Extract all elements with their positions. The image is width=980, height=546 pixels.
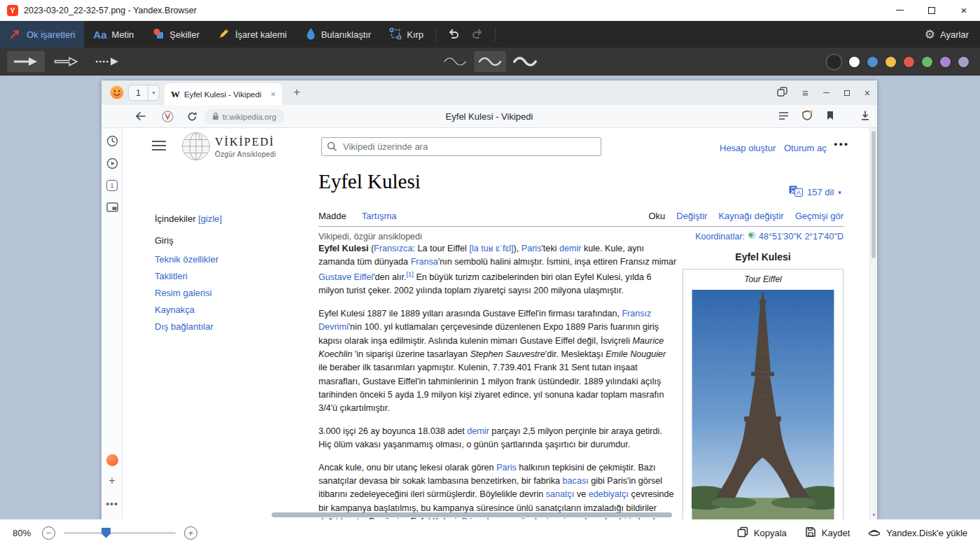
color-swatch-black[interactable] [827,55,841,69]
toc-item-galeri[interactable]: Resim galerisi [155,288,302,298]
maximize-button[interactable] [916,0,948,20]
toolbar-separator [435,27,436,42]
browser-maximize-button[interactable] [844,90,850,96]
tab-history[interactable]: Geçmişi gör [795,211,844,221]
tool-blur[interactable]: Bulanıklaştır [296,21,381,48]
color-swatch-purple[interactable] [940,57,951,67]
toc-item-giris[interactable]: Giriş [155,235,302,246]
zoom-out-button[interactable]: − [42,526,55,540]
tool-crop[interactable]: Kırp [380,21,433,48]
stroke-thin[interactable] [439,51,471,72]
tabs-panel-icon[interactable]: 1 [102,180,122,191]
tab-edit-source[interactable]: Kaynağı değiştir [718,211,783,221]
bookmark-icon[interactable] [826,111,834,123]
tab-list-chevron-icon[interactable]: ▾ [148,85,159,100]
url-text: tr.wikipedia.org [223,113,276,121]
tab-article[interactable]: Madde [318,211,346,221]
settings-button[interactable]: ⚙ Ayarlar [913,21,980,48]
browser-menu-icon[interactable]: ≡ [802,87,808,99]
stroke-medium[interactable] [474,51,506,72]
arrow-style-solid[interactable] [7,51,45,72]
search-input[interactable] [321,137,601,156]
new-tab-button[interactable]: + [293,85,300,99]
color-swatch-red[interactable] [904,57,914,67]
copy-button[interactable]: Kopyala [737,526,787,540]
toc-item-teknik[interactable]: Teknik özellikler [155,254,302,265]
browser-minimize-button[interactable] [823,92,830,93]
zoom-slider[interactable] [64,526,176,540]
address-bar[interactable]: tr.wikipedia.org [204,109,284,124]
tab-close-icon[interactable]: × [270,89,276,99]
arrow-tool-label: Ok işaretleri [27,29,75,40]
arrow-style-dotted[interactable] [88,51,126,72]
tab-read[interactable]: Oku [648,211,665,221]
main-menu-icon[interactable] [152,141,166,150]
coordinates-label: Koordinatlar: [695,232,745,241]
tool-marker[interactable]: İşaret kalemi [209,21,296,48]
browser-window-controls: ≡ × [777,80,870,105]
tool-text[interactable]: Aa Metin [84,21,143,48]
alice-icon[interactable] [102,454,122,466]
minimize-button[interactable] [883,0,916,20]
color-swatch-white[interactable] [849,57,860,67]
scrollbar-down-icon[interactable]: ▼ [870,510,877,519]
color-swatch-green[interactable] [922,57,932,67]
toc-header: İçindekiler [155,214,196,224]
download-icon[interactable] [860,111,870,123]
reader-mode-icon[interactable] [778,111,789,123]
toc-item-taklitleri[interactable]: Taklitleri [155,271,302,281]
save-button[interactable]: Kaydet [805,526,850,540]
tab-talk[interactable]: Tartışma [362,211,397,221]
toc-item-kaynakca[interactable]: Kaynakça [155,304,302,315]
zoom-slider-handle[interactable] [102,528,111,538]
wikipedia-wordmark[interactable]: VİKİPEDİ Özgür Ansiklopedi [215,136,276,158]
tool-arrows[interactable]: Ok işaretleri [0,21,84,48]
redo-button[interactable] [471,27,484,42]
upload-disk-button[interactable]: Yandex.Disk'e yükle [868,526,967,540]
window-controls: × [883,0,980,20]
undo-button[interactable] [447,27,460,42]
arrow-style-outline[interactable] [48,51,85,72]
tab-counter[interactable]: 1 ▾ [128,85,160,101]
coordinates[interactable]: Koordinatlar: 48°51'30"K 2°17'40"D [695,231,844,241]
profile-avatar[interactable] [110,85,124,102]
sidebar-more-icon[interactable]: ••• [102,498,122,510]
scrollbar-thumb[interactable] [872,131,876,258]
editor-canvas[interactable]: 1 ▾ W Eyfel Kulesi - Vikipedi × + ≡ × [0,76,980,519]
wikipedia-globe-logo[interactable] [181,132,211,164]
color-swatch-gray[interactable] [958,57,969,67]
save-icon [805,526,816,540]
reload-icon[interactable] [187,111,197,125]
toc-item-baglantilar[interactable]: Dış bağlantılar [155,321,302,332]
tab-edit[interactable]: Değiştir [676,211,707,221]
stroke-thick[interactable] [509,51,541,72]
page-scrollbar[interactable]: ▼ [869,128,877,519]
article-title: Eyfel Kulesi [318,170,421,193]
blur-tool-icon [305,27,316,42]
search-icon [327,141,337,155]
language-selector[interactable]: A 157 dil ▾ [789,186,841,199]
login-link[interactable]: Oturum aç [784,143,827,153]
history-clock-icon[interactable] [102,135,122,147]
tab-panels-icon[interactable] [777,87,788,99]
toc-hide-link[interactable]: [gizle] [198,214,222,224]
browser-close-button[interactable]: × [864,88,870,99]
undo-redo-group [439,21,492,48]
protect-shield-icon[interactable] [802,110,813,123]
site-subtitle: Vikipedi, özgür ansiklopedi [318,232,422,241]
close-button[interactable]: × [948,0,980,20]
zoom-in-button[interactable]: + [184,526,197,540]
create-account-link[interactable]: Hesap oluştur [720,143,776,153]
yandex-services-icon[interactable] [162,111,174,125]
color-swatch-yellow[interactable] [886,57,896,67]
back-icon[interactable] [135,111,146,124]
screenshot-panel-icon[interactable] [102,202,122,212]
canvas-horizontal-scrollbar[interactable] [272,512,672,517]
header-more-icon[interactable]: ●●● [834,141,849,148]
color-swatch-blue[interactable] [867,57,878,67]
video-play-icon[interactable] [102,158,122,169]
window-title: 2023-03-20_22-32-57.png - Yandex.Browser [24,6,197,15]
tool-shapes[interactable]: Şekiller [143,21,209,48]
sidebar-add-icon[interactable]: + [102,475,122,487]
browser-tab-active[interactable]: W Eyfel Kulesi - Vikipedi × [164,83,282,105]
